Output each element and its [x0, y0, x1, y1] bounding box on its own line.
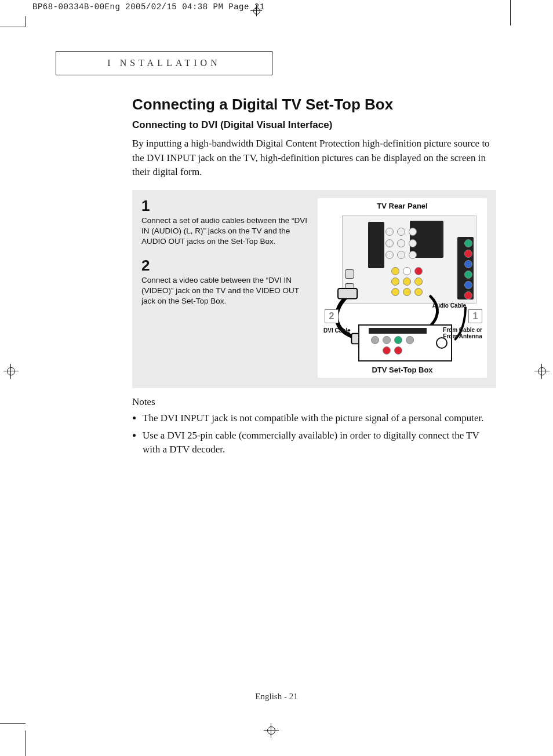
registration-mark-bottom-icon	[264, 723, 279, 738]
step-number: 1	[141, 198, 310, 213]
crop-line-icon	[510, 0, 511, 25]
tv-rear-panel-icon	[342, 216, 476, 304]
diagram-dvi-cable-label: DVI Cable	[323, 327, 351, 334]
diagram-step-badge-1: 1	[468, 309, 482, 323]
note-item: Use a DVI 25-pin cable (commercially ava…	[143, 429, 496, 456]
diagram-audio-cable-label: Audio Cable	[432, 302, 466, 309]
notes-section: Notes The DVI INPUT jack is not compatib…	[132, 396, 496, 456]
diagram-step-badge-2: 2	[325, 309, 339, 323]
page-subtitle: Connecting to DVI (Digital Visual Interf…	[132, 119, 496, 131]
registration-mark-right-icon	[534, 364, 550, 379]
diagram-from-cable-label: From Cable or From Antenna	[442, 327, 483, 339]
page-content: Connecting a Digital TV Set-Top Box Conn…	[132, 96, 496, 459]
section-header-text: I NSTALLATION	[107, 58, 220, 68]
note-item: The DVI INPUT jack is not compatible wit…	[143, 411, 496, 425]
crop-line-icon	[26, 731, 26, 756]
crop-line-icon	[26, 16, 26, 27]
page-title: Connecting a Digital TV Set-Top Box	[132, 96, 496, 114]
notes-heading: Notes	[132, 396, 496, 408]
diagram-top-label: TV Rear Panel	[318, 202, 487, 210]
connection-diagram: TV Rear Panel	[318, 198, 487, 378]
registration-mark-left-icon	[3, 364, 19, 379]
instruction-panel: 1 Connect a set of audio cables between …	[132, 190, 496, 388]
step-number: 2	[141, 258, 310, 273]
steps-column: 1 Connect a set of audio cables between …	[141, 198, 310, 378]
notes-list: The DVI INPUT jack is not compatible wit…	[132, 411, 496, 456]
step-text: Connect a video cable between the “DVI I…	[141, 275, 310, 307]
set-top-box-icon	[358, 324, 452, 361]
page-footer: English - 21	[0, 692, 553, 702]
section-header: I NSTALLATION	[56, 51, 272, 75]
diagram-bottom-label: DTV Set-Top Box	[318, 366, 487, 374]
crop-line-icon	[0, 27, 26, 27]
print-meta: BP68-00334B-00Eng 2005/02/15 04:38 PM Pa…	[32, 2, 265, 12]
lead-paragraph: By inputting a high-bandwidth Digital Co…	[132, 137, 496, 180]
crop-line-icon	[0, 723, 26, 724]
step-text: Connect a set of audio cables between th…	[141, 216, 310, 247]
